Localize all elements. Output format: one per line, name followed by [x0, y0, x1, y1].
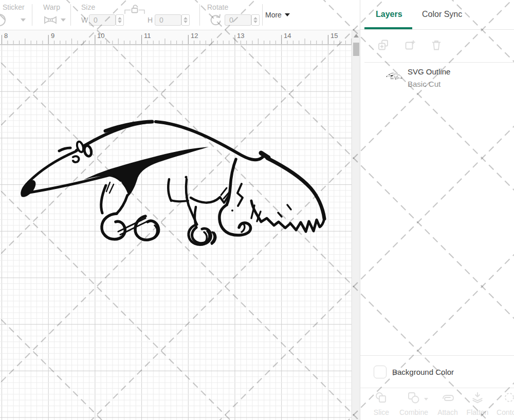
panel-tabs: Layers Color Sync: [360, 0, 514, 30]
toolbar-divider: [262, 4, 263, 26]
more-caret-icon: [285, 13, 290, 16]
warp-button[interactable]: [43, 13, 67, 27]
step-down-icon: [183, 21, 188, 23]
height-stepper[interactable]: [181, 14, 190, 26]
sticker-label: Sticker: [3, 3, 25, 11]
warp-icon: [43, 15, 58, 25]
horizontal-ruler: 8 9 10 11 12 13 14 15: [0, 30, 352, 45]
design-canvas: 8 9 10 11 12 13 14 15: [0, 30, 360, 420]
step-down-icon: [253, 21, 258, 23]
attach-icon: [440, 391, 455, 405]
layer-item[interactable]: SVG Outline Basic Cut: [360, 63, 514, 94]
tab-layers[interactable]: Layers: [376, 10, 402, 19]
ruler-number: 10: [97, 32, 104, 40]
layers-panel: Layers Color Sync SVG Outline: [360, 0, 514, 420]
warp-caret-icon: [61, 18, 66, 22]
step-up-icon: [118, 17, 122, 20]
toolbar-divider: [70, 4, 71, 26]
group-icon[interactable]: [377, 39, 390, 51]
toolbar-divider: [199, 4, 200, 26]
flatten-button[interactable]: Flatten: [461, 391, 494, 416]
layer-title: SVG Outline: [408, 67, 450, 76]
combine-icon: [407, 391, 420, 405]
height-label: H: [148, 16, 153, 24]
ruler-number: 15: [331, 32, 338, 40]
tab-color-sync[interactable]: Color Sync: [422, 10, 462, 19]
more-label: More: [265, 11, 282, 19]
slice-label: Slice: [365, 408, 398, 416]
background-color-row[interactable]: Background Color: [360, 355, 514, 388]
width-input[interactable]: 0: [89, 14, 116, 26]
contour-icon: [503, 391, 514, 405]
combine-label: Combine: [397, 408, 430, 416]
rotate-label: Rotate: [207, 3, 228, 11]
edit-toolbar: Sticker Warp Size W 0: [0, 0, 360, 30]
size-label: Size: [81, 3, 95, 11]
step-up-icon: [183, 17, 188, 20]
layer-thumbnail: [386, 72, 402, 80]
step-up-icon: [253, 17, 258, 20]
vertical-scrollbar[interactable]: [352, 30, 360, 420]
attach-button[interactable]: Attach: [431, 391, 464, 416]
width-label: W: [81, 16, 88, 24]
width-stepper[interactable]: [116, 14, 124, 26]
ruler-number: 14: [284, 32, 291, 40]
ruler-number: 8: [4, 32, 8, 40]
duplicate-icon[interactable]: [404, 39, 416, 51]
warp-label: Warp: [43, 3, 60, 11]
ruler-number: 9: [51, 32, 54, 40]
scrollbar-thumb[interactable]: [353, 43, 359, 56]
toolbar-divider: [32, 4, 32, 26]
flatten-label: Flatten: [461, 408, 494, 416]
slice-icon: [375, 391, 388, 405]
rotate-stepper[interactable]: [251, 14, 260, 26]
design-app-window: Sticker Warp Size W 0: [0, 0, 514, 420]
ruler-number: 13: [237, 32, 244, 40]
sticker-caret-icon: [21, 18, 26, 22]
layer-subtitle: Basic Cut: [408, 80, 440, 88]
contour-label: Contour: [493, 408, 514, 416]
more-button[interactable]: More: [265, 11, 290, 19]
sticker-icon: [0, 13, 8, 27]
rotate-input[interactable]: 0: [225, 14, 251, 26]
slice-button[interactable]: Slice: [365, 391, 398, 416]
bottom-action-bar: Slice Combine Attach Flatte: [360, 388, 514, 420]
rotate-icon[interactable]: [209, 14, 222, 26]
active-tab-underline: [364, 27, 412, 29]
size-lock-icon[interactable]: [131, 4, 140, 14]
ruler-number: 11: [144, 32, 151, 40]
anteater-artwork[interactable]: [15, 107, 334, 251]
layer-actions-row: [360, 30, 514, 62]
combine-caret-icon: [424, 398, 428, 400]
step-down-icon: [118, 21, 122, 23]
attach-label: Attach: [431, 408, 464, 416]
scroll-up-icon[interactable]: [354, 34, 359, 37]
flatten-icon: [471, 391, 484, 405]
background-color-label: Background Color: [392, 368, 454, 376]
background-color-swatch[interactable]: [374, 366, 387, 378]
ruler-number: 12: [191, 32, 198, 40]
delete-icon[interactable]: [430, 39, 443, 51]
combine-button[interactable]: Combine: [397, 391, 430, 416]
sticker-button[interactable]: [0, 13, 29, 27]
contour-button[interactable]: Contour: [493, 391, 514, 416]
height-input[interactable]: 0: [155, 14, 181, 26]
